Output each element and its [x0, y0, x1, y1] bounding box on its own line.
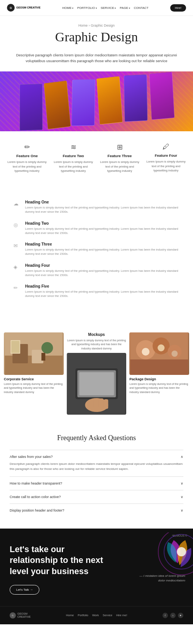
heading-5-content: Heading Five Lorem Ipsum is simply dummy…: [25, 284, 179, 298]
hire-button[interactable]: Hire!: [170, 4, 186, 12]
hero-card-4: [96, 76, 123, 125]
nav-home[interactable]: HOME: [62, 6, 73, 10]
heading-4-text: Lorem Ipsum is simply dummy text of the …: [25, 269, 179, 278]
cta-section: *ELMOUS © Let's take our relationship to…: [0, 529, 193, 606]
mockup-center: Mockups Lorem Ipsum is simply dummy text…: [67, 332, 127, 415]
faq-arrow-2: ∨: [181, 481, 183, 485]
mockup-center-label: Mockups: [67, 332, 127, 337]
breadcrumb-home[interactable]: Home: [78, 24, 88, 27]
faq-question-4[interactable]: Display position header and footer? ∨: [10, 508, 183, 512]
heading-1-title: Heading One: [25, 200, 179, 204]
hero-card-1: [20, 84, 43, 131]
heading-4-title: Heading Four: [25, 263, 179, 268]
heading-1-content: Heading One Lorem Ipsum is simply dummy …: [25, 200, 179, 214]
heading-2-icon: ◎: [14, 222, 21, 230]
mockup-center-text: Lorem Ipsum is simply dummy text of the …: [67, 339, 127, 351]
feature-3: ⊞ Feature Three Lorem Ipsum is simply du…: [98, 143, 141, 173]
mockup-left: Corporate Service Lorem Ipsum is simply …: [4, 332, 64, 395]
faq-question-2-text: How to make header transparent?: [10, 481, 62, 485]
feature-4-icon: 🖊: [145, 143, 187, 151]
footer-link-work[interactable]: Work: [92, 613, 99, 617]
nav-page[interactable]: PAGE: [120, 6, 130, 10]
heading-1-icon: ☁: [14, 201, 21, 208]
feature-2-text: Lorem Ipsum is simply dummy text of the …: [52, 160, 95, 173]
heading-2-title: Heading Two: [25, 221, 179, 225]
heading-3-icon: ✉: [14, 243, 21, 251]
feature-4-title: Feature Four: [145, 153, 187, 158]
faq-answer-1: Descriptive paragraph clients lorem ipsu…: [10, 462, 183, 472]
heading-item-3: ✉ Heading Three Lorem Ipsum is simply du…: [14, 242, 179, 256]
footer-link-home[interactable]: Home: [66, 613, 74, 617]
heading-4-icon: ◈: [14, 264, 21, 272]
feature-1-text: Lorem Ipsum is simply dummy text of the …: [6, 160, 48, 173]
mockup-right-image: [129, 332, 189, 375]
heading-2-text: Lorem Ipsum is simply dummy text of the …: [25, 227, 179, 236]
svg-rect-14: [94, 398, 98, 409]
faq-section: Frequently Asked Questions After sales f…: [0, 422, 193, 529]
faq-item-4[interactable]: Display position header and footer? ∨: [10, 503, 183, 517]
page-title: Graphic Design: [0, 30, 193, 44]
faq-arrow-3: ∨: [181, 495, 183, 499]
footer-link-hire[interactable]: Hire me!: [116, 613, 127, 617]
social-star-icon[interactable]: ★: [178, 613, 183, 618]
logo[interactable]: G GEOSM CREATIVE: [7, 4, 41, 12]
heading-item-1: ☁ Heading One Lorem Ipsum is simply dumm…: [14, 200, 179, 214]
svg-point-4: [41, 342, 53, 354]
svg-rect-7: [11, 341, 19, 353]
feature-1-icon: ✏: [6, 143, 48, 151]
svg-point-24: [172, 351, 178, 357]
faq-question-3-text: Create call to action color active?: [10, 495, 61, 499]
feature-3-icon: ⊞: [98, 143, 141, 151]
mockup-right-text: Lorem Ipsum is simply dummy text of the …: [129, 382, 189, 395]
mockup-right: Package Design Lorem Ipsum is simply dum…: [129, 332, 189, 395]
heading-3-title: Heading Three: [25, 242, 179, 246]
nav-portfolio[interactable]: PORTFOLIO: [77, 6, 97, 10]
heading-2-content: Heading Two Lorem Ipsum is simply dummy …: [25, 221, 179, 236]
svg-point-27: [177, 547, 186, 556]
svg-rect-13: [89, 399, 93, 409]
faq-question-1[interactable]: After sales from your sales? ∧: [10, 455, 183, 459]
feature-2-icon: ≋: [52, 143, 95, 151]
mockup-left-label: Corporate Service: [4, 377, 64, 381]
hero-card-5: [124, 74, 148, 122]
logo-icon: G: [10, 7, 12, 9]
heading-5-title: Heading Five: [25, 284, 179, 288]
heading-3-text: Lorem Ipsum is simply dummy text of the …: [25, 247, 179, 256]
social-facebook-icon[interactable]: f: [163, 613, 168, 618]
mockup-left-text: Lorem Ipsum is simply dummy text of the …: [4, 382, 64, 395]
hero-banner: [0, 71, 193, 131]
navbar: G GEOSM CREATIVE HOME PORTFOLIO SERVICE …: [0, 0, 193, 16]
faq-question-3[interactable]: Create call to action color active? ∨: [10, 495, 183, 499]
feature-3-text: Lorem Ipsum is simply dummy text of the …: [98, 160, 141, 173]
nav-contact[interactable]: CONTACT: [134, 6, 149, 10]
faq-item-3[interactable]: Create call to action color active? ∨: [10, 490, 183, 503]
footer-link-portfolio[interactable]: Portfolio: [78, 613, 88, 617]
footer-social: f t ★: [163, 613, 183, 618]
faq-item-2[interactable]: How to make header transparent? ∨: [10, 476, 183, 490]
footer-link-service[interactable]: Service: [103, 613, 112, 617]
heading-1-text: Lorem Ipsum is simply dummy text of the …: [25, 205, 179, 214]
cta-title: Let's take our relationship to the next …: [10, 544, 106, 577]
heading-4-content: Heading Four Lorem Ipsum is simply dummy…: [25, 263, 179, 278]
hero-cards: [14, 71, 179, 131]
svg-point-22: [142, 348, 150, 356]
svg-rect-15: [99, 398, 103, 409]
faq-question-2[interactable]: How to make header transparent? ∨: [10, 481, 183, 485]
hero-card-3: [71, 79, 95, 126]
svg-point-23: [158, 344, 165, 351]
breadcrumb-current: Graphic Design: [91, 24, 115, 27]
heading-5-icon: ✏: [14, 285, 21, 293]
footer-brand-name: GEOSMCREATIVE: [17, 612, 31, 618]
heading-item-5: ✏ Heading Five Lorem Ipsum is simply dum…: [14, 284, 179, 298]
faq-item-1[interactable]: After sales from your sales? ∧ Descripti…: [10, 450, 183, 476]
mockups-section: Corporate Service Lorem Ipsum is simply …: [0, 329, 193, 423]
heading-5-text: Lorem Ipsum is simply dummy text of the …: [25, 290, 179, 298]
cta-decoration: [124, 532, 193, 602]
nav-service[interactable]: SERVICE: [101, 6, 116, 10]
footer-logo: G GEOSMCREATIVE: [10, 612, 31, 619]
breadcrumb: Home › Graphic Design: [0, 24, 193, 27]
hero-card-2: [44, 80, 71, 129]
social-twitter-icon[interactable]: t: [170, 613, 176, 618]
feature-1-title: Feature One: [6, 154, 48, 158]
cta-button[interactable]: Let's Talk →: [10, 585, 39, 595]
